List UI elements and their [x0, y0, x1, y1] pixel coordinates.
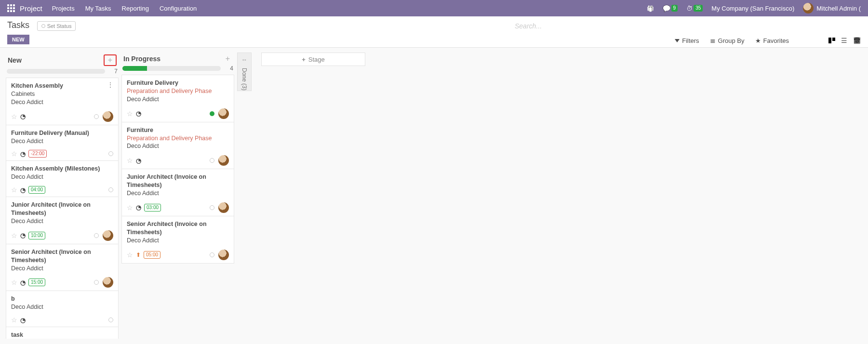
state-circle-icon[interactable]: [108, 151, 113, 156]
time-pill: 05:00: [144, 251, 160, 259]
filters-menu[interactable]: Filters: [675, 37, 699, 44]
assignee-avatar-icon[interactable]: [103, 111, 113, 122]
add-stage-button[interactable]: Stage: [261, 53, 365, 66]
calendar-view-icon[interactable]: [853, 37, 861, 44]
expand-icon: [241, 56, 247, 63]
activity-clock-icon[interactable]: [20, 317, 26, 324]
user-name: Mitchell Admin (: [816, 5, 861, 12]
priority-star-icon[interactable]: [127, 110, 133, 118]
task-card[interactable]: task: [6, 327, 119, 339]
task-title: Junior Architect (Invoice on Timesheets): [11, 201, 113, 217]
upload-icon[interactable]: [136, 251, 141, 258]
task-card[interactable]: Furniture Preparation and Delivery Phase…: [121, 122, 234, 170]
task-card[interactable]: Senior Architect (Invoice on Timesheets)…: [121, 216, 234, 264]
priority-star-icon[interactable]: [11, 278, 17, 286]
activity-clock-icon[interactable]: [20, 150, 26, 158]
task-title: Senior Architect (Invoice on Timesheets): [11, 248, 113, 265]
set-status-label: Set Status: [47, 23, 72, 29]
assignee-avatar-icon[interactable]: [103, 277, 113, 288]
group-by-menu[interactable]: Group By: [710, 37, 745, 44]
search-input[interactable]: [514, 20, 861, 32]
assignee-avatar-icon[interactable]: [218, 202, 229, 213]
favorites-menu[interactable]: Favorites: [755, 37, 789, 44]
kanban-column-done-collapsed[interactable]: Done (3): [237, 53, 252, 91]
priority-star-icon[interactable]: [11, 113, 17, 120]
nav-projects[interactable]: Projects: [52, 5, 75, 12]
task-card[interactable]: Junior Architect (Invoice on Timesheets)…: [121, 169, 234, 216]
nav-configuration[interactable]: Configuration: [160, 5, 197, 12]
activity-clock-icon[interactable]: [136, 204, 141, 211]
activity-icon[interactable]: 35: [686, 5, 703, 12]
list-view-icon[interactable]: [841, 37, 847, 44]
funnel-icon: [675, 39, 680, 42]
task-card[interactable]: Furniture Delivery Preparation and Deliv…: [121, 75, 234, 122]
plus-icon: [302, 56, 306, 63]
state-circle-icon[interactable]: [108, 318, 113, 322]
state-circle-icon[interactable]: [210, 158, 214, 163]
column-title[interactable]: New: [8, 56, 22, 64]
activity-badge: 35: [694, 5, 703, 12]
priority-star-icon[interactable]: [127, 204, 133, 212]
state-circle-icon[interactable]: [210, 252, 214, 257]
company-switcher[interactable]: My Company (San Francisco): [711, 5, 794, 12]
task-card[interactable]: ⋮ Kitchen Assembly Cabinets Deco Addict: [6, 78, 119, 125]
priority-star-icon[interactable]: [11, 186, 17, 194]
nav-reporting[interactable]: Reporting: [122, 5, 149, 12]
state-circle-icon[interactable]: [94, 233, 99, 238]
task-title: Junior Architect (Invoice on Timesheets): [127, 173, 229, 189]
add-card-button[interactable]: +: [104, 54, 117, 66]
set-status-button[interactable]: Set Status: [37, 21, 76, 31]
state-circle-icon[interactable]: [94, 280, 99, 285]
task-card[interactable]: b Deco Addict: [6, 291, 119, 327]
time-pill: -22:00: [28, 150, 47, 158]
apps-icon[interactable]: [7, 4, 15, 12]
activity-clock-icon[interactable]: [136, 157, 141, 164]
brand-label[interactable]: Project: [20, 4, 42, 13]
task-card[interactable]: Kitchen Assembly (Milestones) Deco Addic…: [6, 161, 119, 197]
assignee-avatar-icon[interactable]: [218, 250, 229, 260]
top-nav: Project Projects My Tasks Reporting Conf…: [0, 0, 868, 16]
assignee-avatar-icon[interactable]: [218, 108, 229, 119]
star-icon: [755, 37, 761, 44]
assignee-avatar-icon[interactable]: [103, 230, 113, 241]
activity-clock-icon[interactable]: [136, 110, 141, 117]
kanban-board: New + 7 ⋮ Kitchen Assembly Cabinets Deco…: [0, 48, 868, 339]
activity-clock-icon[interactable]: [20, 232, 26, 239]
task-customer: Deco Addict: [127, 237, 229, 245]
gift-icon[interactable]: [647, 5, 654, 12]
kanban-column-new: New + 7 ⋮ Kitchen Assembly Cabinets Deco…: [6, 53, 119, 339]
activity-clock-icon[interactable]: [20, 186, 26, 194]
task-card[interactable]: Furniture Delivery (Manual) Deco Addict …: [6, 125, 119, 161]
priority-star-icon[interactable]: [11, 316, 17, 324]
priority-star-icon[interactable]: [127, 251, 133, 259]
assignee-avatar-icon[interactable]: [218, 155, 229, 166]
add-card-button[interactable]: +: [223, 54, 232, 63]
task-card[interactable]: Junior Architect (Invoice on Timesheets)…: [6, 197, 119, 244]
activity-clock-icon[interactable]: [20, 279, 26, 286]
column-title[interactable]: In Progress: [123, 55, 160, 63]
task-title: Kitchen Assembly (Milestones): [11, 165, 113, 173]
state-circle-icon[interactable]: [210, 205, 214, 210]
layers-icon: [710, 37, 716, 44]
column-progress: [7, 69, 105, 74]
chat-icon[interactable]: 9: [663, 5, 678, 12]
state-circle-icon[interactable]: [108, 187, 113, 192]
nav-my-tasks[interactable]: My Tasks: [85, 5, 111, 12]
user-menu[interactable]: Mitchell Admin (: [803, 3, 861, 13]
activity-clock-icon[interactable]: [20, 113, 26, 120]
favorites-label: Favorites: [763, 37, 789, 44]
kanban-column-in-progress: In Progress + 4 Furniture Delivery Prepa…: [121, 53, 234, 264]
task-customer: Deco Addict: [11, 98, 113, 106]
time-pill: 04:00: [28, 186, 45, 194]
state-circle-icon[interactable]: [210, 111, 214, 116]
new-button[interactable]: NEW: [7, 35, 29, 44]
card-menu-icon[interactable]: ⋮: [107, 81, 114, 89]
kanban-view-icon[interactable]: [828, 38, 835, 43]
collapsed-title: Done: [241, 68, 248, 82]
task-card[interactable]: Senior Architect (Invoice on Timesheets)…: [6, 244, 119, 291]
status-circle-icon: [41, 24, 45, 28]
priority-star-icon[interactable]: [11, 232, 17, 239]
state-circle-icon[interactable]: [94, 114, 99, 119]
priority-star-icon[interactable]: [11, 150, 17, 158]
priority-star-icon[interactable]: [127, 157, 133, 164]
